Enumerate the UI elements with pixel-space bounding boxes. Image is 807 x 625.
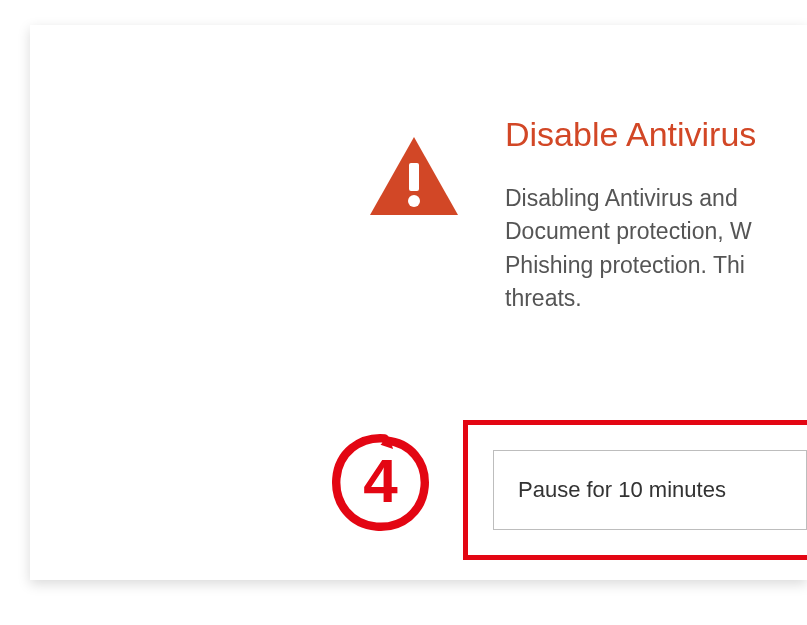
dropdown-selected-value: Pause for 10 minutes [518, 477, 726, 503]
step-annotation-badge: 4 [328, 430, 433, 535]
svg-rect-0 [409, 163, 419, 191]
pause-duration-dropdown[interactable]: Pause for 10 minutes [493, 450, 807, 530]
annotation-highlight-box: Pause for 10 minutes [463, 420, 807, 560]
warning-icon [370, 137, 458, 219]
disable-antivirus-dialog: Disable Antivirus Disabling Antivirus an… [30, 25, 807, 580]
dialog-body-text: Disabling Antivirus and Document protect… [505, 182, 807, 315]
svg-point-1 [408, 195, 420, 207]
dialog-title: Disable Antivirus [505, 115, 807, 154]
step-number: 4 [363, 445, 397, 516]
